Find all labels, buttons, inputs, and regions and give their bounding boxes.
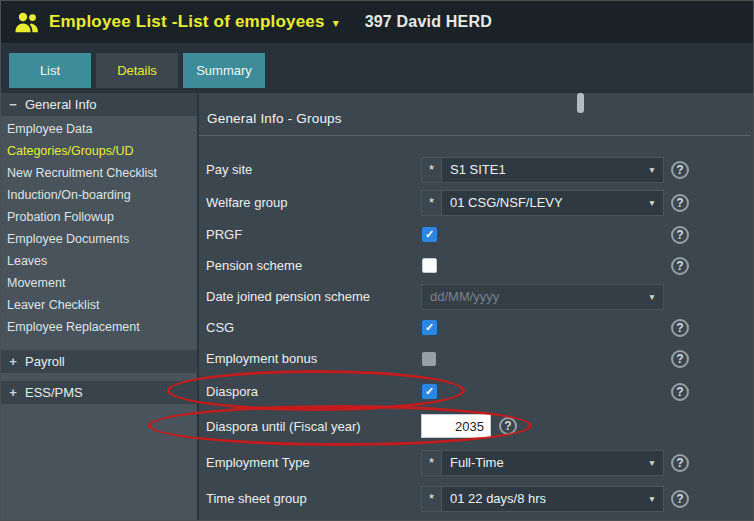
field-label: Time sheet group bbox=[206, 491, 421, 506]
sidebar-item-categories-groups-ud[interactable]: Categories/Groups/UD bbox=[1, 140, 197, 162]
help-icon[interactable]: ? bbox=[671, 490, 689, 508]
sidebar-item-probation-followup[interactable]: Probation Followup bbox=[1, 206, 197, 228]
pension-scheme-row: Pension scheme ? bbox=[199, 250, 753, 281]
check-icon: ✓ bbox=[425, 322, 434, 333]
sidebar-item-employee-replacement[interactable]: Employee Replacement bbox=[1, 316, 197, 338]
pay-site-row: Pay site * S1 SITE1 ▼ ? bbox=[199, 153, 753, 186]
prgf-row: PRGF ✓ ? bbox=[199, 219, 753, 250]
help-icon[interactable]: ? bbox=[671, 194, 689, 212]
welfare-group-dropdown[interactable]: * 01 CSG/NSF/LEVY ▼ bbox=[421, 190, 664, 216]
check-icon: ✓ bbox=[425, 386, 434, 397]
field-label: Date joined pension scheme bbox=[206, 289, 421, 304]
time-sheet-group-row: Time sheet group * 01 22 days/8 hrs ▼ ? bbox=[199, 482, 753, 515]
chevron-down-icon: ▼ bbox=[641, 458, 663, 468]
selected-value: 01 22 days/8 hrs bbox=[442, 491, 641, 506]
tab-summary[interactable]: Summary bbox=[183, 53, 265, 88]
field-label: CSG bbox=[206, 320, 421, 335]
sidebar-section-label: Payroll bbox=[25, 354, 65, 369]
welfare-group-row: Welfare group * 01 CSG/NSF/LEVY ▼ ? bbox=[199, 186, 753, 219]
diaspora-until-input[interactable] bbox=[421, 414, 491, 438]
field-label: PRGF bbox=[206, 227, 421, 242]
sidebar-nav-list: Employee Data Categories/Groups/UD New R… bbox=[1, 116, 197, 342]
page-title: Employee List -List of employees bbox=[49, 12, 325, 32]
help-icon[interactable]: ? bbox=[671, 454, 689, 472]
employment-bonus-row: Employment bonus ? bbox=[199, 343, 753, 374]
sidebar-item-leaver-checklist[interactable]: Leaver Checklist bbox=[1, 294, 197, 316]
required-marker: * bbox=[422, 487, 442, 511]
pension-scheme-checkbox[interactable] bbox=[422, 258, 437, 273]
sidebar-section-general-info[interactable]: − General Info bbox=[1, 93, 197, 116]
field-label: Pension scheme bbox=[206, 258, 421, 273]
check-icon: ✓ bbox=[425, 229, 434, 240]
sidebar-item-leaves[interactable]: Leaves bbox=[1, 250, 197, 272]
selected-value: S1 SITE1 bbox=[442, 162, 641, 177]
help-icon[interactable]: ? bbox=[671, 350, 689, 368]
required-marker: * bbox=[422, 191, 442, 215]
employees-icon bbox=[13, 9, 41, 35]
chevron-down-icon: ▼ bbox=[641, 292, 663, 302]
selected-value: Full-Time bbox=[442, 455, 641, 470]
field-label: Employment Type bbox=[206, 455, 421, 470]
sidebar-item-induction-onboarding[interactable]: Induction/On-boarding bbox=[1, 184, 197, 206]
field-label: Employment bonus bbox=[206, 351, 421, 366]
date-placeholder: dd/MM/yyyy bbox=[422, 289, 641, 304]
app-window: Employee List -List of employees ▾ 397 D… bbox=[0, 0, 754, 521]
help-icon[interactable]: ? bbox=[671, 226, 689, 244]
required-marker: * bbox=[422, 158, 442, 182]
prgf-checkbox[interactable]: ✓ bbox=[422, 227, 437, 242]
diaspora-until-row: Diaspora until (Fiscal year) ? bbox=[199, 409, 753, 443]
selected-value: 01 CSG/NSF/LEVY bbox=[442, 195, 641, 210]
tab-list[interactable]: List bbox=[9, 53, 91, 88]
expand-icon: + bbox=[8, 385, 18, 400]
help-icon[interactable]: ? bbox=[671, 257, 689, 275]
chevron-down-icon: ▼ bbox=[641, 494, 663, 504]
app-header: Employee List -List of employees ▾ 397 D… bbox=[1, 1, 753, 43]
chevron-down-icon: ▼ bbox=[641, 198, 663, 208]
help-icon[interactable]: ? bbox=[671, 383, 689, 401]
scrollbar-thumb[interactable] bbox=[577, 93, 584, 113]
page-title-dropdown[interactable]: Employee List -List of employees ▾ bbox=[49, 12, 339, 32]
sidebar: − General Info Employee Data Categories/… bbox=[1, 93, 199, 520]
time-sheet-group-dropdown[interactable]: * 01 22 days/8 hrs ▼ bbox=[421, 486, 664, 512]
section-title: General Info - Groups bbox=[199, 111, 751, 136]
employment-type-row: Employment Type * Full-Time ▼ ? bbox=[199, 443, 753, 482]
details-panel: General Info - Groups Pay site * S1 SITE… bbox=[199, 93, 753, 520]
field-label: Diaspora until (Fiscal year) bbox=[206, 419, 421, 434]
pay-site-dropdown[interactable]: * S1 SITE1 ▼ bbox=[421, 157, 664, 183]
collapse-icon: − bbox=[8, 97, 18, 112]
form-rows: Pay site * S1 SITE1 ▼ ? Welfare group * … bbox=[199, 153, 753, 515]
date-joined-pension-row: Date joined pension scheme dd/MM/yyyy ▼ bbox=[199, 281, 753, 312]
field-label: Diaspora bbox=[206, 384, 421, 399]
sidebar-item-new-recruitment-checklist[interactable]: New Recruitment Checklist bbox=[1, 162, 197, 184]
sidebar-item-employee-data[interactable]: Employee Data bbox=[1, 118, 197, 140]
date-joined-pension-field[interactable]: dd/MM/yyyy ▼ bbox=[421, 284, 664, 310]
field-label: Welfare group bbox=[206, 195, 421, 210]
expand-icon: + bbox=[8, 354, 18, 369]
diaspora-checkbox[interactable]: ✓ bbox=[422, 384, 437, 399]
help-icon[interactable]: ? bbox=[499, 417, 517, 435]
csg-checkbox[interactable]: ✓ bbox=[422, 320, 437, 335]
tab-details[interactable]: Details bbox=[96, 53, 178, 88]
sidebar-section-payroll[interactable]: + Payroll bbox=[1, 350, 197, 373]
sidebar-item-movement[interactable]: Movement bbox=[1, 272, 197, 294]
diaspora-row: Diaspora ✓ ? bbox=[199, 374, 753, 409]
sidebar-item-employee-documents[interactable]: Employee Documents bbox=[1, 228, 197, 250]
sidebar-section-ess-pms[interactable]: + ESS/PMS bbox=[1, 381, 197, 404]
required-marker: * bbox=[422, 451, 442, 475]
employment-type-dropdown[interactable]: * Full-Time ▼ bbox=[421, 450, 664, 476]
employee-identifier: 397 David HERD bbox=[365, 13, 492, 31]
sidebar-section-label: General Info bbox=[25, 97, 97, 112]
chevron-down-icon: ▼ bbox=[641, 165, 663, 175]
employment-bonus-checkbox[interactable] bbox=[422, 352, 436, 366]
chevron-down-icon: ▾ bbox=[333, 14, 339, 30]
tab-bar: List Details Summary bbox=[1, 43, 753, 93]
help-icon[interactable]: ? bbox=[671, 161, 689, 179]
sidebar-section-label: ESS/PMS bbox=[25, 385, 83, 400]
csg-row: CSG ✓ ? bbox=[199, 312, 753, 343]
help-icon[interactable]: ? bbox=[671, 319, 689, 337]
field-label: Pay site bbox=[206, 162, 421, 177]
